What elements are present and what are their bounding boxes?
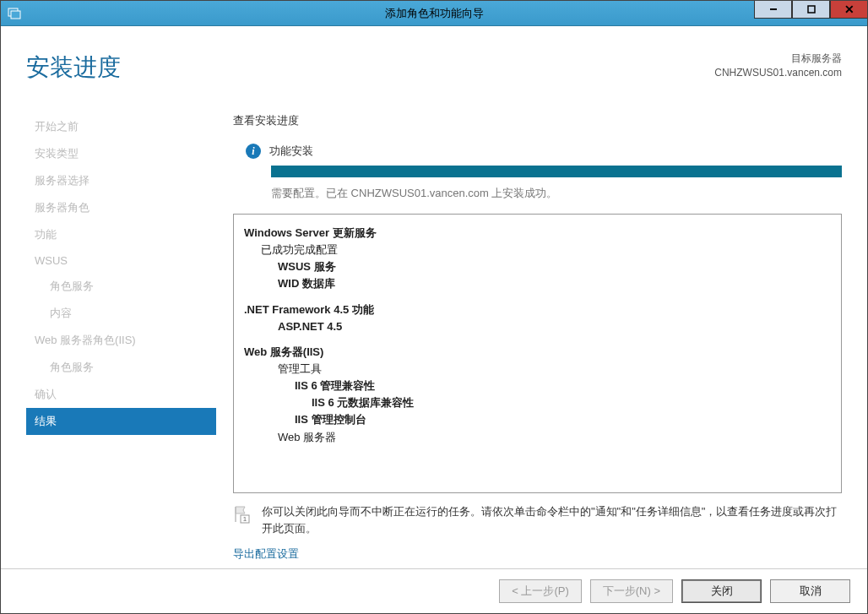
cancel-button[interactable]: 取消	[770, 579, 850, 603]
result-line: IIS 管理控制台	[295, 411, 831, 428]
export-config-link[interactable]: 导出配置设置	[233, 546, 842, 562]
result-line: Web 服务器	[278, 429, 831, 446]
sidebar-item-8: Web 服务器角色(IIS)	[26, 327, 216, 354]
status-text: 功能安装	[269, 144, 313, 159]
sidebar-item-5: WSUS	[26, 248, 216, 273]
footer: < 上一步(P) 下一步(N) > 关闭 取消	[1, 568, 867, 613]
svg-marker-4	[236, 507, 245, 513]
result-line: 管理工具	[278, 361, 831, 378]
progress-bar	[271, 166, 842, 177]
sidebar-item-10: 确认	[26, 381, 216, 408]
sidebar-item-9: 角色服务	[26, 354, 216, 381]
sidebar-item-4: 功能	[26, 221, 216, 248]
sidebar-item-1: 安装类型	[26, 140, 216, 167]
next-button: 下一步(N) >	[590, 579, 673, 603]
window-controls: ✕	[754, 1, 867, 25]
svg-rect-1	[11, 11, 20, 19]
sidebar-item-11: 结果	[26, 408, 216, 435]
result-line: ASP.NET 4.5	[278, 318, 831, 335]
info-icon: i	[246, 144, 261, 159]
result-line: WSUS 服务	[278, 258, 831, 275]
result-line: IIS 6 元数据库兼容性	[312, 394, 831, 411]
target-label: 目标服务器	[714, 52, 842, 66]
header: 安装进度 目标服务器 CNHZWSUS01.vancen.com	[1, 26, 867, 96]
result-line: 已成功完成配置	[261, 242, 831, 258]
minimize-button[interactable]	[754, 0, 792, 19]
flag-icon: 1	[233, 505, 252, 524]
result-line: Web 服务器(IIS)	[244, 344, 831, 361]
sidebar-item-2: 服务器选择	[26, 167, 216, 194]
maximize-button[interactable]	[792, 0, 830, 19]
svg-rect-3	[808, 6, 815, 13]
app-icon	[8, 7, 21, 20]
result-line: Windows Server 更新服务	[244, 225, 831, 242]
sidebar-item-0: 开始之前	[26, 113, 216, 140]
page-title: 安装进度	[26, 52, 714, 84]
result-line: WID 数据库	[278, 275, 831, 292]
main-row: 开始之前安装类型服务器选择服务器角色功能WSUS角色服务内容Web 服务器角色(…	[1, 96, 867, 568]
target-server: CNHZWSUS01.vancen.com	[714, 66, 842, 80]
close-wizard-button[interactable]: 关闭	[681, 579, 762, 603]
sidebar-item-3: 服务器角色	[26, 194, 216, 221]
progress-message: 需要配置。已在 CNHZWSUS01.vancen.com 上安装成功。	[271, 186, 842, 201]
note-row: 1 你可以关闭此向导而不中断正在运行的任务。请依次单击命令栏中的"通知"和"任务…	[233, 503, 842, 536]
results-box[interactable]: Windows Server 更新服务已成功完成配置WSUS 服务WID 数据库…	[233, 214, 842, 493]
sidebar-item-6: 角色服务	[26, 273, 216, 300]
sidebar-item-7: 内容	[26, 300, 216, 327]
content: 安装进度 目标服务器 CNHZWSUS01.vancen.com 开始之前安装类…	[1, 26, 867, 613]
result-line: .NET Framework 4.5 功能	[244, 302, 831, 318]
section-label: 查看安装进度	[233, 113, 842, 128]
main-panel: 查看安装进度 i 功能安装 需要配置。已在 CNHZWSUS01.vancen.…	[216, 96, 867, 568]
target-info: 目标服务器 CNHZWSUS01.vancen.com	[714, 52, 842, 80]
svg-text:1: 1	[243, 515, 247, 523]
close-button[interactable]: ✕	[830, 0, 868, 19]
status-row: i 功能安装	[246, 144, 842, 159]
wizard-sidebar: 开始之前安装类型服务器选择服务器角色功能WSUS角色服务内容Web 服务器角色(…	[26, 96, 216, 568]
note-text: 你可以关闭此向导而不中断正在运行的任务。请依次单击命令栏中的"通知"和"任务详细…	[262, 503, 842, 536]
window-title: 添加角色和功能向导	[385, 6, 484, 21]
titlebar: 添加角色和功能向导 ✕	[1, 1, 867, 26]
result-line: IIS 6 管理兼容性	[295, 378, 831, 394]
progress-bar-wrap	[271, 166, 842, 177]
prev-button: < 上一步(P)	[499, 579, 582, 603]
